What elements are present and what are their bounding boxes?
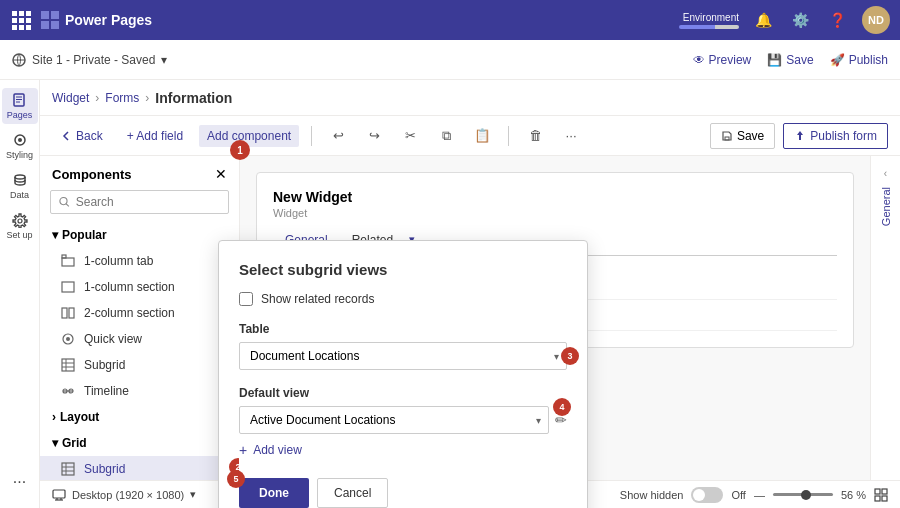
tab-icon <box>60 253 76 269</box>
done-button[interactable]: Done <box>239 478 309 508</box>
minus-icon: — <box>754 489 765 501</box>
section-layout[interactable]: › Layout <box>40 404 239 430</box>
svg-point-14 <box>60 198 67 205</box>
app-sidebar: Pages Styling Data Set up ··· <box>0 80 40 508</box>
site-icon <box>12 53 26 67</box>
default-view-select-wrapper: Active Document Locations ▾ <box>239 406 549 434</box>
close-panel-button[interactable]: ✕ <box>215 166 227 182</box>
bottom-right: Show hidden Off — 56 % <box>620 487 888 503</box>
breadcrumb-forms[interactable]: Forms <box>105 91 139 105</box>
svg-rect-23 <box>62 359 74 371</box>
toolbar-right: Save Publish form <box>710 123 888 149</box>
sidebar-more-button[interactable]: ··· <box>2 464 38 500</box>
svg-rect-18 <box>62 282 74 292</box>
sidebar-item-pages[interactable]: Pages <box>2 88 38 124</box>
publish-form-button[interactable]: Publish form <box>783 123 888 149</box>
avatar[interactable]: ND <box>862 6 890 34</box>
undo-button[interactable]: ↩ <box>324 122 352 150</box>
subgrid-grid-icon <box>60 461 76 477</box>
dialog-title: Select subgrid views <box>239 261 567 278</box>
logo-icon <box>41 11 59 29</box>
save-button-top[interactable]: 💾 Save <box>767 53 813 67</box>
save-form-button[interactable]: Save <box>710 123 775 149</box>
back-icon <box>60 130 72 142</box>
add-view-button[interactable]: + Add view <box>239 442 567 458</box>
svg-rect-39 <box>882 489 887 494</box>
badge-2: 2 <box>229 458 240 476</box>
comp-subgrid-grid[interactable]: Subgrid 2 <box>40 456 239 480</box>
save-icon-sm <box>721 130 733 142</box>
comp-quick-view[interactable]: Quick view <box>40 326 239 352</box>
second-bar: Site 1 - Private - Saved ▾ 👁 Preview 💾 S… <box>0 40 900 80</box>
table-select-wrapper: Document Locations ▾ 3 <box>239 342 567 370</box>
toolbar-divider-2 <box>508 126 509 146</box>
dropdown-arrow[interactable]: ▾ <box>161 53 167 67</box>
toolbar-divider-1 <box>311 126 312 146</box>
svg-rect-19 <box>62 308 67 318</box>
svg-rect-34 <box>53 490 65 498</box>
add-icon: + <box>239 442 247 458</box>
zoom-slider[interactable] <box>773 493 833 496</box>
settings-icon[interactable]: ⚙️ <box>788 8 813 32</box>
back-button[interactable]: Back <box>52 125 111 147</box>
badge-1: 1 <box>230 140 250 160</box>
add-component-button[interactable]: Add component <box>199 125 299 147</box>
comp-timeline[interactable]: Timeline <box>40 378 239 404</box>
svg-rect-17 <box>62 255 66 258</box>
site-info: Site 1 - Private - Saved ▾ <box>12 53 167 67</box>
grid-settings-icon[interactable] <box>874 488 888 502</box>
preview-button[interactable]: 👁 Preview <box>693 53 752 67</box>
dialog-buttons: 5 Done Cancel <box>239 478 567 508</box>
comp-1col-section[interactable]: 1-column section <box>40 274 239 300</box>
comp-2col-section[interactable]: 2-column section <box>40 300 239 326</box>
desktop-dropdown-icon[interactable]: ▾ <box>190 488 196 501</box>
show-hidden-toggle[interactable] <box>691 487 723 503</box>
cancel-button[interactable]: Cancel <box>317 478 388 508</box>
svg-rect-30 <box>62 463 74 475</box>
sidebar-item-styling[interactable]: Styling <box>2 128 38 164</box>
help-icon[interactable]: ❓ <box>825 8 850 32</box>
expand-left-icon[interactable]: ‹ <box>884 168 887 179</box>
default-view-label: Default view <box>239 386 567 400</box>
bottom-left: Desktop (1920 × 1080) ▾ <box>52 488 196 502</box>
more-button[interactable]: ··· <box>557 122 585 150</box>
sidebar-item-setup[interactable]: Set up <box>2 208 38 244</box>
section-popular[interactable]: ▾ Popular <box>40 222 239 248</box>
svg-rect-2 <box>41 21 49 29</box>
preview-icon: 👁 <box>693 53 705 67</box>
cut-button[interactable]: ✂ <box>396 122 424 150</box>
svg-rect-0 <box>41 11 49 19</box>
comp-subgrid-popular[interactable]: Subgrid <box>40 352 239 378</box>
svg-rect-41 <box>882 496 887 501</box>
waffle-icon[interactable] <box>10 9 33 32</box>
copy-button[interactable]: ⧉ <box>432 122 460 150</box>
add-field-button[interactable]: + Add field <box>119 125 191 147</box>
redo-button[interactable]: ↪ <box>360 122 388 150</box>
table-select[interactable]: Document Locations <box>239 342 567 370</box>
default-view-select[interactable]: Active Document Locations <box>239 406 549 434</box>
sidebar-item-data[interactable]: Data <box>2 168 38 204</box>
select-subgrid-views-dialog: Select subgrid views Show related record… <box>218 240 588 508</box>
search-input[interactable] <box>76 195 220 209</box>
chevron-down-icon: ▾ <box>52 228 58 242</box>
breadcrumb-widget[interactable]: Widget <box>52 91 89 105</box>
search-icon <box>59 196 70 208</box>
toggle-state-label: Off <box>731 489 745 501</box>
svg-rect-20 <box>69 308 74 318</box>
section-grid[interactable]: ▾ Grid <box>40 430 239 456</box>
setup-icon <box>12 212 28 228</box>
comp-1col-tab[interactable]: 1-column tab <box>40 248 239 274</box>
delete-button[interactable]: 🗑 <box>521 122 549 150</box>
environment-label: Environment <box>679 12 739 29</box>
right-panel: ‹ General <box>870 156 900 480</box>
section-1col-icon <box>60 279 76 295</box>
general-panel-label[interactable]: General <box>880 187 892 226</box>
publish-button-top[interactable]: 🚀 Publish <box>830 53 888 67</box>
data-icon <box>12 172 28 188</box>
show-related-checkbox[interactable] <box>239 292 253 306</box>
svg-rect-13 <box>725 137 729 140</box>
bc-sep-2: › <box>145 91 149 105</box>
paste-button[interactable]: 📋 <box>468 122 496 150</box>
notification-icon[interactable]: 🔔 <box>751 8 776 32</box>
badge-4: 4 <box>553 398 571 416</box>
